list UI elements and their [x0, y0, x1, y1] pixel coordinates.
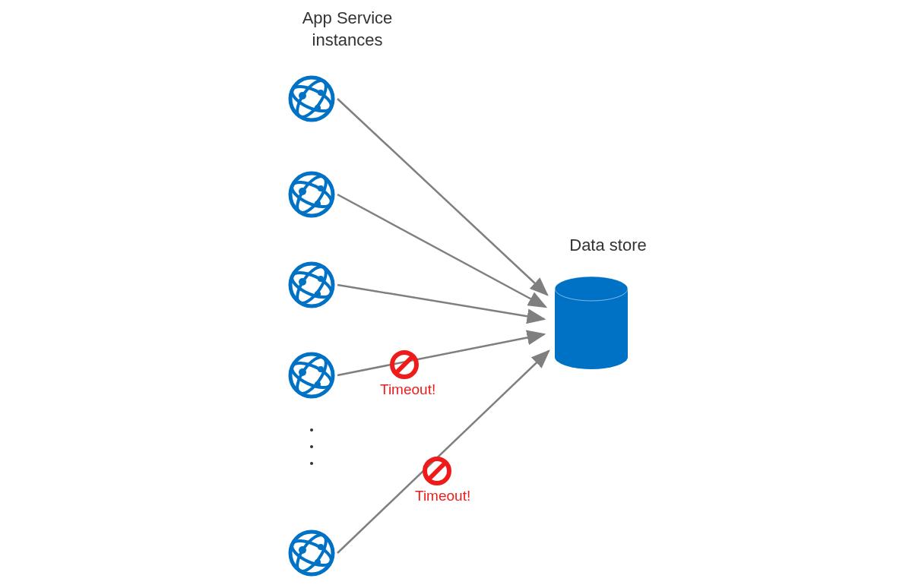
svg-line-4	[337, 334, 544, 375]
svg-point-14	[318, 90, 324, 96]
timeout-label: Timeout!	[415, 488, 470, 504]
svg-point-31	[299, 368, 306, 376]
svg-point-27	[315, 291, 321, 297]
svg-point-19	[299, 188, 306, 195]
svg-point-6	[555, 277, 628, 301]
app-service-instance-icon	[287, 261, 336, 309]
svg-line-2	[337, 194, 546, 307]
app-service-title: App Service instances	[271, 8, 423, 51]
svg-point-39	[315, 559, 321, 565]
svg-point-38	[318, 544, 324, 550]
svg-point-25	[299, 278, 306, 286]
svg-point-13	[299, 92, 306, 100]
app-service-instance-icon	[287, 529, 336, 577]
svg-point-21	[315, 201, 321, 207]
svg-line-3	[337, 285, 544, 319]
svg-point-33	[315, 381, 321, 387]
svg-point-26	[318, 276, 324, 282]
svg-point-9	[555, 277, 628, 301]
svg-point-20	[318, 185, 324, 191]
app-service-instance-icon	[287, 351, 336, 400]
timeout-label: Timeout!	[380, 381, 435, 398]
svg-point-37	[299, 546, 306, 554]
data-store-title: Data store	[532, 236, 684, 255]
prohibit-icon	[389, 349, 420, 380]
svg-line-43	[429, 463, 445, 479]
app-service-instance-icon	[287, 74, 336, 123]
prohibit-icon	[422, 456, 452, 486]
app-service-title-line2: instances	[312, 30, 383, 49]
svg-point-15	[315, 105, 321, 111]
svg-line-5	[337, 351, 549, 553]
app-service-title-line1: App Service	[302, 8, 393, 27]
svg-rect-7	[555, 289, 628, 357]
svg-point-32	[318, 366, 324, 372]
svg-line-41	[396, 356, 413, 373]
ellipsis-dots	[310, 428, 313, 465]
svg-point-8	[555, 345, 628, 369]
diagram-container: App Service instances Data store	[0, 0, 912, 588]
database-icon	[555, 277, 628, 369]
svg-line-1	[337, 99, 547, 295]
app-service-instance-icon	[287, 170, 336, 219]
